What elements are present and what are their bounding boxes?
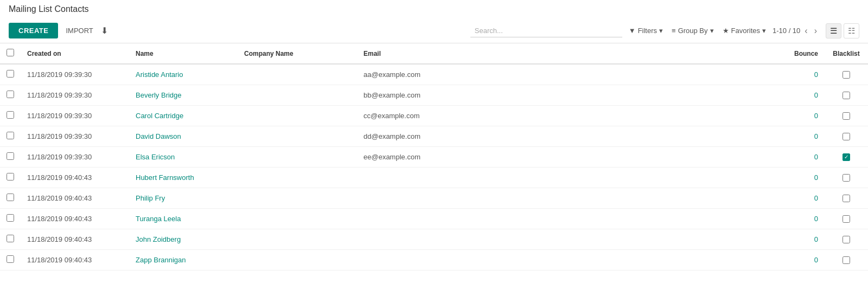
cell-company — [238, 126, 357, 147]
table-row: 11/18/2019 09:40:43Hubert Farnsworth0 — [0, 167, 868, 188]
cell-bounce: 0 — [781, 147, 825, 167]
groupby-label: Group By — [678, 27, 708, 35]
cell-company — [238, 64, 357, 85]
cell-blacklist[interactable] — [825, 209, 868, 229]
blacklist-checkbox[interactable] — [843, 256, 850, 264]
blacklist-checkbox[interactable] — [843, 92, 850, 99]
download-icon[interactable]: ⬇ — [101, 25, 108, 36]
cell-email: bb@example.com — [357, 85, 781, 106]
groupby-chevron-icon: ▾ — [710, 27, 714, 35]
groupby-icon: ≡ — [672, 27, 676, 35]
row-checkbox[interactable] — [7, 132, 14, 139]
cell-company — [238, 229, 357, 250]
pagination-next-button[interactable]: › — [812, 25, 819, 37]
filters-label: Filters — [638, 27, 657, 35]
table-row: 11/18/2019 09:39:30Aristide Antarioaa@ex… — [0, 64, 868, 85]
filters-button[interactable]: ▼ Filters ▾ — [629, 27, 663, 35]
cell-name[interactable]: David Dawson — [129, 126, 238, 147]
cell-blacklist[interactable] — [825, 126, 868, 147]
table-row: 11/18/2019 09:39:30David Dawsondd@exampl… — [0, 126, 868, 147]
cell-name[interactable]: Carol Cartridge — [129, 106, 238, 126]
cell-name[interactable]: Philip Fry — [129, 188, 238, 209]
cell-blacklist[interactable] — [825, 85, 868, 106]
row-checkbox[interactable] — [7, 91, 14, 98]
cell-name[interactable]: Beverly Bridge — [129, 85, 238, 106]
cell-email: aa@example.com — [357, 64, 781, 85]
cell-bounce: 0 — [781, 167, 825, 188]
table-row: 11/18/2019 09:40:43Philip Fry0 — [0, 188, 868, 209]
blacklist-checkbox[interactable] — [843, 236, 850, 243]
row-checkbox[interactable] — [7, 173, 14, 181]
cell-bounce: 0 — [781, 85, 825, 106]
col-header-email: Email — [357, 43, 781, 64]
cell-name[interactable]: Hubert Farnsworth — [129, 167, 238, 188]
row-checkbox[interactable] — [7, 255, 14, 263]
blacklist-checkbox[interactable] — [843, 133, 850, 140]
table-row: 11/18/2019 09:39:30Elsa Ericsonee@exampl… — [0, 147, 868, 167]
cell-bounce: 0 — [781, 209, 825, 229]
blacklist-checkbox[interactable] — [843, 112, 850, 120]
cell-email: dd@example.com — [357, 126, 781, 147]
select-all-checkbox[interactable] — [7, 49, 14, 56]
cell-company — [238, 209, 357, 229]
create-button[interactable]: CREATE — [9, 23, 58, 38]
col-header-name: Name — [129, 43, 238, 64]
favorites-button[interactable]: ★ Favorites ▾ — [723, 27, 766, 35]
cell-name[interactable]: John Zoidberg — [129, 229, 238, 250]
cell-created: 11/18/2019 09:39:30 — [21, 126, 129, 147]
row-checkbox[interactable] — [7, 70, 14, 78]
grid-view-button[interactable]: ☷ — [844, 23, 859, 38]
cell-email — [357, 250, 781, 270]
blacklist-checkbox[interactable] — [843, 195, 850, 202]
cell-name[interactable]: Turanga Leela — [129, 209, 238, 229]
import-button[interactable]: IMPORT — [62, 24, 96, 37]
cell-bounce: 0 — [781, 126, 825, 147]
table-row: 11/18/2019 09:39:30Beverly Bridgebb@exam… — [0, 85, 868, 106]
row-checkbox[interactable] — [7, 235, 14, 242]
cell-created: 11/18/2019 09:40:43 — [21, 167, 129, 188]
cell-created: 11/18/2019 09:39:30 — [21, 64, 129, 85]
list-view-button[interactable]: ☰ — [826, 23, 841, 38]
cell-blacklist[interactable] — [825, 250, 868, 270]
cell-name[interactable]: Elsa Ericson — [129, 147, 238, 167]
cell-email — [357, 167, 781, 188]
pagination-text: 1-10 / 10 — [773, 27, 800, 35]
cell-blacklist[interactable] — [825, 106, 868, 126]
row-checkbox[interactable] — [7, 214, 14, 222]
cell-blacklist[interactable] — [825, 188, 868, 209]
favorites-label: Favorites — [731, 27, 760, 35]
cell-email — [357, 229, 781, 250]
row-checkbox[interactable] — [7, 194, 14, 201]
cell-name[interactable]: Zapp Brannigan — [129, 250, 238, 270]
row-checkbox[interactable] — [7, 111, 14, 119]
blacklist-checkbox-checked[interactable]: ✓ — [843, 153, 850, 161]
blacklist-checkbox[interactable] — [843, 71, 850, 79]
col-header-created: Created on — [21, 43, 129, 64]
blacklist-checkbox[interactable] — [843, 215, 850, 223]
cell-blacklist[interactable] — [825, 64, 868, 85]
filter-icon: ▼ — [629, 27, 636, 35]
blacklist-checkbox[interactable] — [843, 174, 850, 182]
groupby-button[interactable]: ≡ Group By ▾ — [672, 27, 714, 35]
cell-created: 11/18/2019 09:39:30 — [21, 106, 129, 126]
table-row: 11/18/2019 09:39:30Carol Cartridgecc@exa… — [0, 106, 868, 126]
row-checkbox[interactable] — [7, 152, 14, 160]
table-row: 11/18/2019 09:40:43Zapp Brannigan0 — [0, 250, 868, 270]
cell-bounce: 0 — [781, 250, 825, 270]
cell-email: cc@example.com — [357, 106, 781, 126]
cell-email — [357, 188, 781, 209]
pagination-prev-button[interactable]: ‹ — [802, 25, 809, 37]
cell-blacklist[interactable]: ✓ — [825, 147, 868, 167]
cell-blacklist[interactable] — [825, 229, 868, 250]
filters-chevron-icon: ▾ — [659, 27, 663, 35]
cell-blacklist[interactable] — [825, 167, 868, 188]
cell-company — [238, 250, 357, 270]
table-row: 11/18/2019 09:40:43John Zoidberg0 — [0, 229, 868, 250]
cell-company — [238, 167, 357, 188]
cell-company — [238, 147, 357, 167]
cell-name[interactable]: Aristide Antario — [129, 64, 238, 85]
col-header-company: Company Name — [238, 43, 357, 64]
search-input[interactable] — [470, 24, 622, 37]
table-row: 11/18/2019 09:40:43Turanga Leela0 — [0, 209, 868, 229]
col-header-blacklist: Blacklist — [825, 43, 868, 64]
